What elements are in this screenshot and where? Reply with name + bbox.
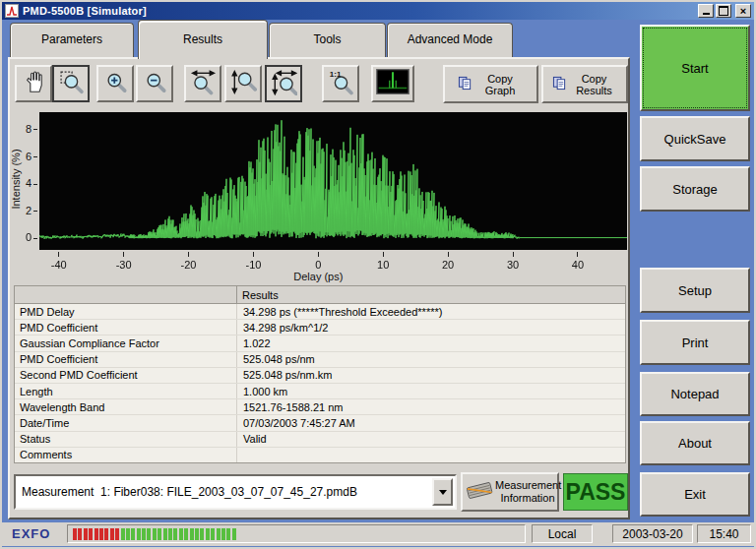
- progress-segment: [147, 528, 151, 540]
- param-cell: Second PMD Coefficient: [15, 369, 236, 381]
- measurement-select[interactable]: Measurement 1: Fiber038: FILE_2003_03_07…: [14, 474, 457, 510]
- param-cell: Comments: [15, 449, 236, 460]
- table-row: Date/Time07/03/2003 7:45:27 AM: [15, 415, 625, 431]
- tab-results[interactable]: Results: [138, 20, 268, 59]
- param-cell: Length: [15, 386, 236, 397]
- sidebar-button-start[interactable]: Start: [640, 25, 750, 111]
- progress-segment: [142, 528, 146, 540]
- copy-graph-button[interactable]: Copy Graph: [443, 65, 538, 103]
- param-cell: Date/Time: [15, 417, 236, 429]
- progress-segment: [126, 528, 130, 540]
- y-tick-mark: [33, 129, 37, 130]
- chevron-down-icon: [439, 490, 447, 495]
- progress-segment: [226, 528, 230, 540]
- sidebar-button-quicksave[interactable]: QuickSave: [640, 116, 750, 161]
- app-icon: [5, 4, 19, 18]
- x-tick-mark: [513, 252, 514, 257]
- sidebar-button-notepad[interactable]: Notepad: [640, 372, 750, 416]
- value-cell: 1.000 km: [236, 384, 625, 398]
- value-cell: 34.298 ps (*****Threshold Exceeded*****): [236, 304, 625, 319]
- zoom-select-button[interactable]: [52, 65, 90, 102]
- exfo-logo: EXFO: [8, 524, 63, 543]
- zoom-in-button[interactable]: [96, 65, 134, 102]
- progress-bar: [67, 524, 526, 543]
- progress-segment: [89, 528, 93, 540]
- progress-segment: [110, 528, 114, 540]
- dropdown-arrow-button[interactable]: [432, 478, 453, 506]
- sidebar-button-storage[interactable]: Storage: [640, 166, 750, 212]
- progress-segment: [158, 528, 161, 540]
- copy-results-button[interactable]: Copy Results: [541, 65, 628, 103]
- progress-segment: [131, 528, 135, 540]
- status-mode: Local: [532, 524, 593, 543]
- sidebar-button-exit[interactable]: Exit: [640, 472, 750, 517]
- progress-segment: [94, 528, 98, 540]
- status-time: 15:40: [697, 524, 751, 543]
- x-tick-mark: [188, 252, 189, 257]
- measurement-info-button[interactable]: Measurement Information: [461, 472, 559, 512]
- y-tick-label: 0: [14, 231, 32, 243]
- zoom-vertical-button[interactable]: [224, 65, 262, 102]
- progress-segment: [78, 528, 82, 540]
- zoom-1to1-button[interactable]: 1:1: [322, 65, 359, 102]
- zoom-in-icon: [102, 69, 129, 99]
- x-tick-label: 30: [499, 259, 527, 271]
- table-row: Comments: [15, 448, 625, 462]
- signal-view-button[interactable]: [371, 65, 414, 102]
- progress-segment: [195, 528, 199, 540]
- measurement-select-text: Measurement 1: Fiber038: FILE_2003_03_07…: [22, 476, 431, 508]
- copy-icon: [458, 76, 472, 92]
- sidebar-button-print[interactable]: Print: [640, 320, 750, 365]
- sidebar-button-setup[interactable]: Setup: [640, 268, 750, 313]
- zoom-horizontal-icon: [190, 69, 217, 99]
- x-tick-label: 0: [304, 259, 332, 271]
- sidebar-button-about[interactable]: About: [640, 421, 750, 465]
- tab-tools[interactable]: Tools: [269, 23, 386, 57]
- table-row: PMD Delay34.298 ps (*****Threshold Excee…: [15, 304, 625, 320]
- tab-advanced-mode[interactable]: Advanced Mode: [387, 23, 513, 57]
- chart-area: Intensity (%) Delay (ps) -40-30-20-10010…: [12, 110, 628, 283]
- progress-segment: [163, 528, 167, 540]
- progress-segment: [221, 528, 225, 540]
- y-tick-mark: [33, 156, 37, 157]
- minimize-button[interactable]: [698, 4, 714, 18]
- x-tick-label: -40: [45, 259, 73, 271]
- y-tick-label: 2: [14, 205, 32, 216]
- main-panel: 1:1 Copy Graph Copy Results Intensity (%…: [8, 57, 630, 519]
- progress-segment: [179, 528, 183, 540]
- x-tick-mark: [123, 252, 124, 257]
- zoom-out-button[interactable]: [136, 65, 173, 102]
- progress-segment: [121, 528, 125, 540]
- value-cell: [236, 448, 625, 462]
- param-cell: Status: [15, 433, 236, 445]
- x-tick-label: 10: [369, 259, 397, 271]
- pan-hand-button[interactable]: [15, 65, 52, 102]
- copy-icon: [552, 76, 567, 92]
- progress-segment: [137, 528, 141, 540]
- window: { "window": { "title": "PMD-5500B [Simul…: [0, 0, 756, 549]
- table-row: StatusValid: [15, 432, 625, 448]
- value-cell: 525.048 ps/nm: [236, 352, 625, 367]
- zoom-both-axes-button[interactable]: [265, 65, 302, 102]
- value-cell: 525.048 ps/nm.km: [236, 368, 625, 383]
- value-cell: 07/03/2003 7:45:27 AM: [236, 415, 625, 430]
- close-button[interactable]: ×: [735, 4, 751, 18]
- progress-segment: [73, 528, 77, 540]
- x-tick-label: -30: [110, 259, 138, 271]
- x-tick-label: 20: [434, 259, 462, 271]
- zoom-out-icon: [142, 69, 168, 99]
- param-cell: PMD Coefficient: [15, 353, 236, 365]
- x-tick-mark: [318, 252, 319, 257]
- title-bar[interactable]: PMD-5500B [Simulator] ×: [2, 2, 754, 20]
- tab-parameters[interactable]: Parameters: [10, 23, 134, 57]
- zoom-horizontal-button[interactable]: [184, 65, 221, 102]
- progress-segment: [168, 528, 172, 540]
- x-tick-label: -20: [175, 259, 203, 271]
- interferogram-plot[interactable]: [39, 112, 627, 250]
- progress-segment: [153, 528, 157, 540]
- x-tick-mark: [448, 252, 449, 257]
- progress-segment: [99, 528, 103, 540]
- maximize-button[interactable]: [716, 4, 731, 18]
- progress-segment: [84, 528, 88, 540]
- minimize-icon: [703, 5, 710, 15]
